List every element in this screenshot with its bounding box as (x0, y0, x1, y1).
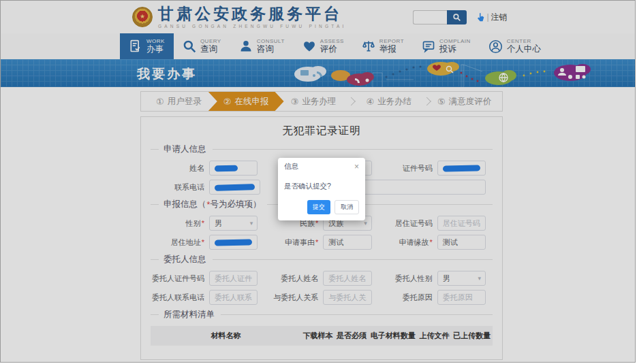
dialog-cancel-button[interactable]: 取消 (335, 200, 359, 214)
dialog-submit-button[interactable]: 提交 (307, 200, 330, 214)
app-window: ★ 甘肃公安政务服务平台 GANSU GONGAN ZHENGWU FUWU P… (0, 0, 636, 363)
dialog-message: 是否确认提交? (278, 173, 365, 200)
dialog-title: 信息 (284, 162, 298, 171)
confirm-dialog: 信息 × 是否确认提交? 提交 取消 (278, 158, 365, 220)
close-icon[interactable]: × (354, 163, 359, 171)
